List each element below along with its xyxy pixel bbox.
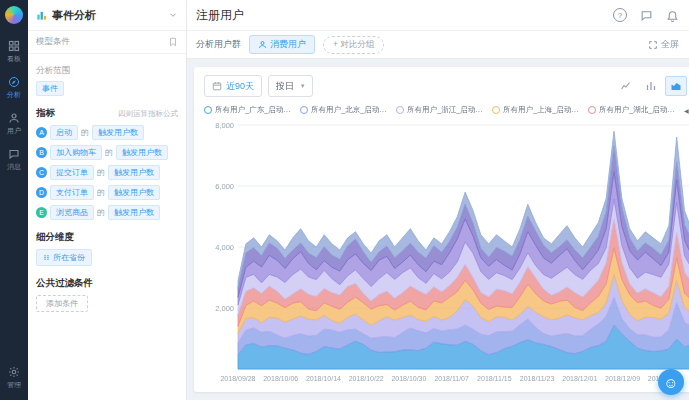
metric-conjunction: 的 [97,167,105,178]
legend-label: 所有用户_上海_启动的触发用户数 [503,105,580,115]
bookmark-icon[interactable] [168,37,178,47]
sidebar-body: 分析范围 事件 指标 四则运算指标公式 A 启动 的 触发用户数 B 加入购物车… [28,54,186,319]
smile-icon: ☺ [663,374,678,391]
svg-text:4,000: 4,000 [215,243,234,252]
chart-type-switcher [615,76,689,96]
metric-measure-tag[interactable]: 触发用户数 [108,185,160,200]
chart-legend: 所有用户_广东_启动的触发用户数 所有用户_北京_启动的触发用户数 所有用户_浙… [204,105,689,115]
legend-label: 所有用户_广东_启动的触发用户数 [215,105,292,115]
legend-prev-icon[interactable]: ◀ [684,107,689,114]
nav-item-label: 管理 [7,380,21,390]
main-header: 注册用户 ? [186,0,689,31]
help-icon[interactable]: ? [613,8,627,22]
legend-pager: ◀ 1/7 ▶ [684,106,689,115]
content-area: 近90天 按日 ▾ [186,59,689,400]
add-compare-group-button[interactable]: + 对比分组 [323,36,384,54]
nav-item-analysis[interactable]: 分析 [7,76,21,100]
metric-badge: D [36,187,47,198]
main-area: 注册用户 ? 分析用户群 消费用户 + 对比分组 全屏 近90天 [186,0,689,400]
line-chart-button[interactable] [615,76,637,96]
gear-icon [8,366,20,378]
tab-consume-users[interactable]: 消费用户 [249,35,315,54]
bar-chart-icon [645,80,657,92]
nav-item-dashboard[interactable]: 看板 [7,40,21,64]
legend-item[interactable]: 所有用户_北京_启动的触发用户数 [300,105,388,115]
metric-badge: A [36,127,47,138]
drag-handle-icon [43,254,50,261]
date-range-value: 近90天 [226,80,254,93]
svg-text:2018/09/28: 2018/09/28 [220,375,255,382]
metric-conjunction: 的 [81,127,89,138]
svg-text:2018/11/07: 2018/11/07 [434,375,469,382]
nav-item-messages[interactable]: 消息 [7,148,21,172]
nav-item-label: 用户 [7,126,21,136]
svg-text:2018/11/15: 2018/11/15 [477,375,512,382]
metric-row[interactable]: A 启动 的 触发用户数 [36,125,178,140]
metric-event-tag[interactable]: 提交订单 [50,165,94,180]
metric-event-tag[interactable]: 浏览商品 [50,205,94,220]
metric-measure-tag[interactable]: 触发用户数 [116,145,168,160]
metric-badge: E [36,207,47,218]
bar-chart-button[interactable] [640,76,662,96]
metric-row[interactable]: D 支付订单 的 触发用户数 [36,185,178,200]
metric-measure-tag[interactable]: 触发用户数 [108,165,160,180]
fullscreen-button[interactable]: 全屏 [648,38,679,51]
legend-item[interactable]: 所有用户_上海_启动的触发用户数 [492,105,580,115]
metric-event-tag[interactable]: 启动 [50,125,78,140]
metric-event-tag[interactable]: 支付订单 [50,185,94,200]
svg-text:8,000: 8,000 [215,121,234,130]
dimension-label: 细分维度 [36,231,74,244]
bell-icon[interactable] [666,9,679,22]
nav-item-label: 消息 [7,162,21,172]
svg-text:2018/12/01: 2018/12/01 [562,375,597,382]
formula-link[interactable]: 四则运算指标公式 [118,109,178,119]
tab-label: 消费用户 [270,38,306,51]
chevron-down-icon[interactable] [168,10,178,20]
metrics-label: 指标 [36,107,55,120]
chart-toolbar: 近90天 按日 ▾ [204,75,689,97]
legend-label: 所有用户_浙江_启动的触发用户数 [407,105,484,115]
stacked-area-chart[interactable]: 8,0006,0004,0002,0002018/09/282018/10/06… [204,119,689,384]
saved-conditions-label: 模型条件 [36,36,70,48]
page-title: 注册用户 [196,7,613,24]
svg-text:2018/10/14: 2018/10/14 [306,375,341,382]
scope-tag[interactable]: 事件 [36,81,64,96]
analysis-icon [8,76,20,88]
chart-card: 近90天 按日 ▾ [194,67,689,392]
user-icon [8,112,20,124]
granularity-select[interactable]: 按日 ▾ [268,75,313,97]
feedback-icon[interactable] [640,9,653,22]
date-range-picker[interactable]: 近90天 [204,75,262,97]
legend-item[interactable]: 所有用户_广东_启动的触发用户数 [204,105,292,115]
saved-conditions-row[interactable]: 模型条件 [28,31,186,54]
metric-row[interactable]: C 提交订单 的 触发用户数 [36,165,178,180]
app-logo[interactable] [5,6,23,24]
legend-item[interactable]: 所有用户_浙江_启动的触发用户数 [396,105,484,115]
granularity-value: 按日 [276,80,294,93]
legend-label: 所有用户_北京_启动的触发用户数 [311,105,388,115]
scope-label: 分析范围 [36,65,178,77]
add-filter-button[interactable]: 添加条件 [36,295,88,312]
metric-row[interactable]: B 加入购物车 的 触发用户数 [36,145,178,160]
legend-dot [492,106,500,114]
metric-event-tag[interactable]: 加入购物车 [50,145,102,160]
svg-text:2018/12/09: 2018/12/09 [605,375,640,382]
metric-conjunction: 的 [97,207,105,218]
dimension-tag[interactable]: 所在省份 [36,249,92,266]
help-button[interactable]: ☺ [658,369,684,395]
user-group-label: 分析用户群 [196,38,241,51]
metric-row[interactable]: E 浏览商品 的 触发用户数 [36,205,178,220]
legend-label: 所有用户_湖北_启动的触发用户数 [599,105,676,115]
metric-measure-tag[interactable]: 触发用户数 [108,205,160,220]
legend-item[interactable]: 所有用户_湖北_启动的触发用户数 [588,105,676,115]
config-sidebar: 事件分析 模型条件 分析范围 事件 指标 四则运算指标公式 A 启动 的 触发用… [28,0,187,400]
stacked-area-button[interactable] [665,76,687,96]
global-filter-label: 公共过滤条件 [36,277,93,290]
nav-item-users[interactable]: 用户 [7,112,21,136]
nav-item-manage[interactable]: 管理 [7,366,21,390]
svg-text:6,000: 6,000 [215,182,234,191]
dashboard-icon [8,40,20,52]
metric-badge: C [36,167,47,178]
metric-badge: B [36,147,47,158]
metric-measure-tag[interactable]: 触发用户数 [92,125,144,140]
